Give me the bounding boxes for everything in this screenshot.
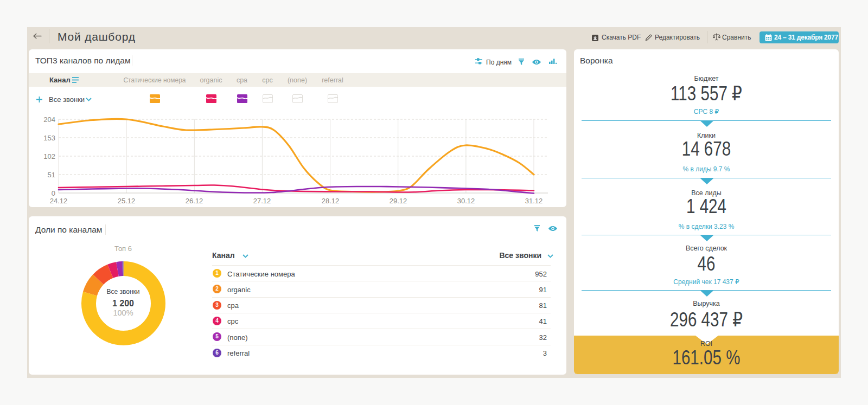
svg-text:153: 153	[43, 134, 55, 142]
svg-text:31.12: 31.12	[525, 197, 543, 205]
svg-text:51: 51	[48, 171, 55, 179]
svg-text:24.12: 24.12	[50, 197, 68, 205]
svg-text:0: 0	[52, 189, 55, 197]
svg-text:28.12: 28.12	[322, 197, 340, 205]
svg-text:27.12: 27.12	[253, 197, 271, 205]
svg-text:102: 102	[43, 152, 55, 160]
svg-text:204: 204	[43, 115, 55, 124]
svg-text:30.12: 30.12	[457, 197, 475, 205]
svg-text:29.12: 29.12	[390, 197, 407, 205]
svg-text:26.12: 26.12	[186, 197, 203, 205]
svg-text:25.12: 25.12	[118, 197, 136, 205]
